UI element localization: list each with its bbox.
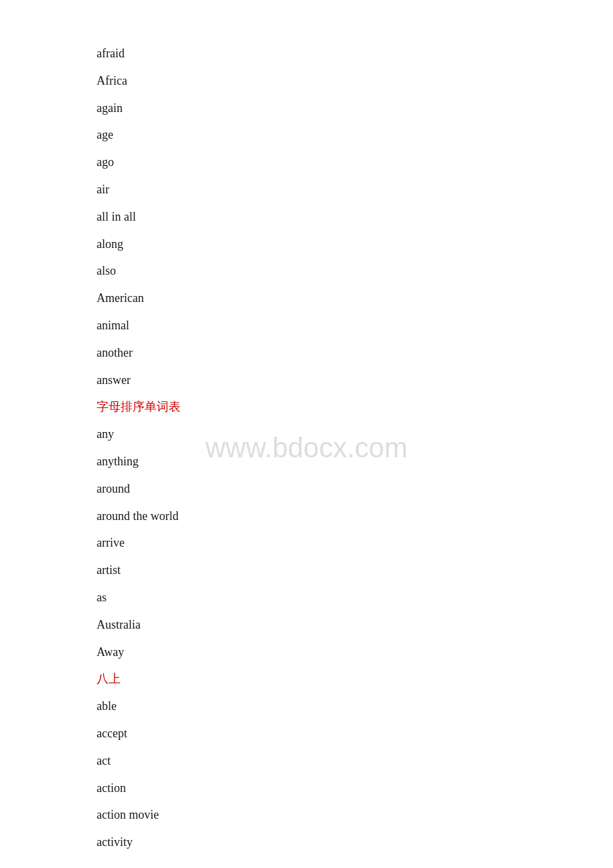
list-item: again	[97, 95, 613, 122]
word-list: afraidAfricaagainageagoairall in allalon…	[0, 0, 613, 868]
list-item: Australia	[97, 611, 613, 639]
list-item: American	[97, 285, 613, 312]
list-item: action	[97, 775, 613, 802]
list-item: accept	[97, 720, 613, 747]
list-item: able	[97, 693, 613, 720]
list-item: ago	[97, 149, 613, 176]
list-item: as	[97, 584, 613, 611]
list-item: Africa	[97, 67, 613, 95]
list-item: along	[97, 231, 613, 258]
list-item: anything	[97, 448, 613, 475]
list-item: around the world	[97, 503, 613, 530]
list-item: Away	[97, 639, 613, 666]
list-item: action movie	[97, 801, 613, 829]
list-item: act	[97, 747, 613, 775]
list-item: activity	[97, 829, 613, 856]
list-item: another	[97, 339, 613, 367]
list-item: around	[97, 475, 613, 503]
list-item: answer	[97, 367, 613, 394]
list-item: all in all	[97, 203, 613, 231]
list-item: artist	[97, 557, 613, 584]
list-item: 八上	[97, 665, 613, 693]
list-item: 字母排序单词表	[97, 393, 613, 421]
list-item: animal	[97, 312, 613, 339]
list-item: arrive	[97, 529, 613, 557]
list-item: age	[97, 121, 613, 149]
list-item: afraid	[97, 40, 613, 67]
list-item: also	[97, 257, 613, 285]
list-item: any	[97, 421, 613, 448]
list-item: air	[97, 176, 613, 203]
